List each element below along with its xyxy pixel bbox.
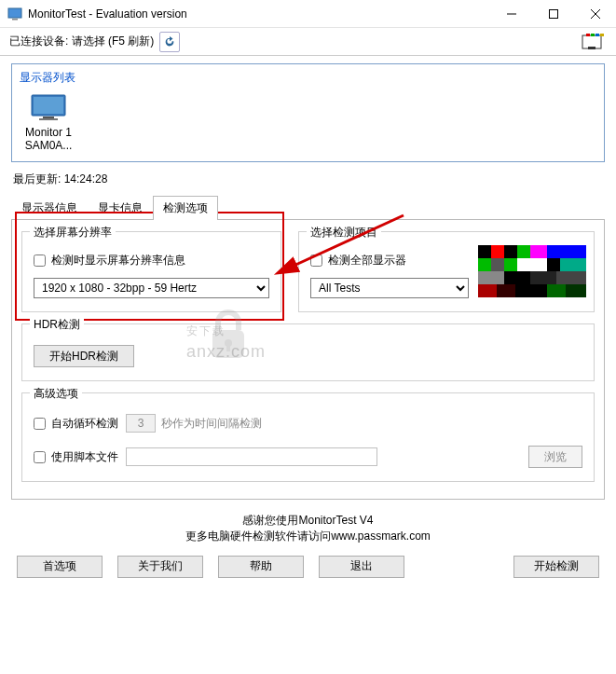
svg-rect-6	[582, 35, 601, 48]
tab-bar: 显示器信息 显卡信息 检测选项	[0, 196, 616, 220]
last-update-label: 最后更新:	[13, 172, 61, 186]
test-select-fieldset: 选择检测项目 检测全部显示器 All Tests	[298, 231, 595, 312]
passmark-link[interactable]: www.passmark.com	[331, 530, 431, 543]
svg-rect-36	[547, 284, 566, 297]
use-script-label: 使用脚本文件	[51, 449, 118, 465]
monitor-model: SAM0A...	[18, 139, 79, 152]
resolution-select[interactable]: 1920 x 1080 - 32bpp - 59 Hertz	[34, 278, 269, 298]
svg-rect-11	[588, 47, 595, 49]
start-test-button[interactable]: 开始检测	[513, 556, 599, 578]
svg-rect-9	[595, 34, 599, 36]
auto-cycle-label: 自动循环检测	[51, 416, 118, 432]
svg-rect-0	[8, 8, 21, 18]
show-resolution-label: 检测时显示屏幕分辨率信息	[51, 253, 185, 268]
svg-rect-33	[478, 284, 497, 297]
last-update-time: 14:24:28	[64, 172, 108, 186]
test-select[interactable]: All Tests	[310, 278, 469, 298]
svg-rect-15	[39, 118, 58, 120]
svg-rect-24	[491, 258, 504, 271]
svg-rect-21	[530, 245, 547, 258]
svg-rect-37	[566, 284, 586, 297]
svg-rect-20	[517, 245, 530, 258]
svg-rect-35	[515, 284, 547, 297]
exit-button[interactable]: 退出	[319, 556, 404, 578]
svg-rect-25	[504, 258, 517, 271]
monitor-icon	[30, 93, 67, 121]
svg-rect-28	[560, 258, 586, 271]
svg-rect-26	[517, 258, 547, 271]
auto-cycle-seconds-input	[126, 414, 156, 433]
svg-rect-19	[504, 245, 517, 258]
minimize-button[interactable]	[490, 0, 532, 28]
svg-rect-18	[491, 245, 504, 258]
svg-rect-32	[556, 271, 586, 284]
svg-rect-29	[478, 271, 504, 284]
app-icon	[7, 7, 22, 21]
hdr-fieldset: HDR检测 开始HDR检测	[21, 323, 595, 381]
svg-rect-14	[43, 117, 54, 118]
monitor-list-panel: 显示器列表 Monitor 1 SAM0A...	[11, 63, 605, 162]
svg-rect-31	[530, 271, 556, 284]
auto-cycle-hint: 秒作为时间间隔检测	[161, 416, 262, 432]
titlebar: MonitorTest - Evaluation version	[0, 0, 616, 28]
auto-cycle-checkbox[interactable]: 自动循环检测	[34, 416, 118, 432]
monitor-list-title: 显示器列表	[16, 68, 600, 88]
browse-button[interactable]: 浏览	[528, 446, 582, 468]
connected-device-label: 已连接设备: 请选择 (F5 刷新)	[9, 34, 154, 49]
script-path-input[interactable]	[126, 447, 377, 466]
auto-cycle-check[interactable]	[34, 418, 46, 430]
footer: 感谢您使用MonitorTest V4 更多电脑硬件检测软件请访问www.pas…	[0, 507, 616, 552]
use-script-checkbox[interactable]: 使用脚本文件	[34, 449, 118, 465]
refresh-icon	[163, 35, 176, 48]
svg-rect-27	[547, 258, 560, 271]
footer-line1: 感谢您使用MonitorTest V4	[0, 513, 616, 529]
svg-rect-7	[586, 34, 590, 36]
use-script-check[interactable]	[34, 451, 46, 463]
svg-rect-22	[547, 245, 586, 258]
advanced-legend: 高级选项	[30, 386, 82, 402]
bottom-button-bar: 首选项 关于我们 帮助 退出 开始检测	[0, 552, 616, 589]
svg-rect-17	[478, 245, 491, 258]
show-resolution-check[interactable]	[34, 254, 46, 267]
svg-rect-30	[504, 271, 530, 284]
test-all-checkbox[interactable]: 检测全部显示器	[310, 253, 469, 268]
svg-rect-10	[600, 34, 604, 36]
svg-rect-13	[34, 97, 63, 114]
preferences-button[interactable]: 首选项	[17, 556, 103, 578]
tab-content: 选择屏幕分辨率 检测时显示屏幕分辨率信息 1920 x 1080 - 32bpp…	[11, 219, 605, 500]
test-all-label: 检测全部显示器	[328, 253, 406, 268]
show-resolution-checkbox[interactable]: 检测时显示屏幕分辨率信息	[34, 253, 269, 268]
help-button[interactable]: 帮助	[218, 556, 304, 578]
passmark-logo-icon	[581, 32, 607, 52]
refresh-button[interactable]	[159, 32, 180, 52]
monitor-item[interactable]: Monitor 1 SAM0A...	[16, 91, 81, 155]
window-title: MonitorTest - Evaluation version	[28, 7, 490, 21]
tab-monitor-info[interactable]: 显示器信息	[11, 196, 88, 220]
close-button[interactable]	[574, 0, 616, 28]
svg-rect-1	[12, 19, 18, 21]
svg-rect-8	[591, 34, 595, 36]
tab-test-options[interactable]: 检测选项	[153, 196, 218, 220]
svg-rect-23	[478, 258, 491, 271]
about-button[interactable]: 关于我们	[117, 556, 203, 578]
maximize-button[interactable]	[532, 0, 574, 28]
footer-line2: 更多电脑硬件检测软件请访问www.passmark.com	[0, 529, 616, 544]
hdr-legend: HDR检测	[30, 317, 84, 333]
svg-rect-3	[549, 9, 557, 18]
monitor-name: Monitor 1	[18, 126, 79, 139]
test-pattern-thumbnail	[478, 245, 586, 297]
start-hdr-button[interactable]: 开始HDR检测	[34, 345, 134, 367]
last-update: 最后更新: 14:24:28	[0, 168, 616, 195]
test-select-legend: 选择检测项目	[307, 225, 381, 241]
test-all-check[interactable]	[310, 254, 322, 267]
advanced-fieldset: 高级选项 自动循环检测 秒作为时间间隔检测 使用脚本文件 浏览	[21, 392, 595, 482]
tab-gpu-info[interactable]: 显卡信息	[88, 196, 153, 220]
resolution-fieldset: 选择屏幕分辨率 检测时显示屏幕分辨率信息 1920 x 1080 - 32bpp…	[21, 231, 281, 312]
svg-rect-34	[497, 284, 515, 297]
resolution-legend: 选择屏幕分辨率	[30, 225, 116, 241]
toolbar: 已连接设备: 请选择 (F5 刷新)	[0, 28, 616, 56]
